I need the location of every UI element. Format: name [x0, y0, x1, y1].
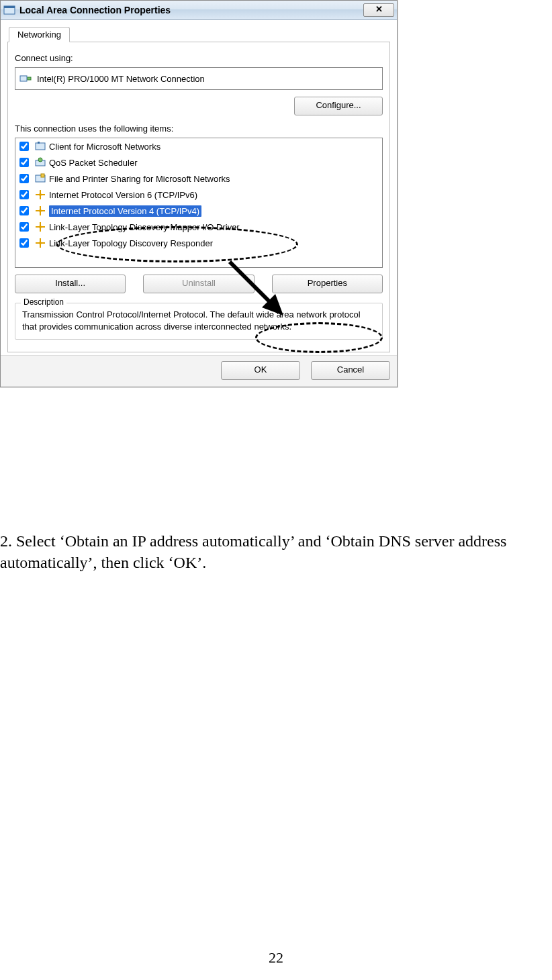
list-item[interactable]: File and Printer Sharing for Microsoft N…: [15, 170, 382, 187]
svg-point-7: [38, 158, 42, 162]
svg-rect-5: [38, 142, 40, 144]
svg-rect-1: [4, 6, 15, 8]
dialog-footer: OK Cancel: [1, 355, 397, 387]
item-checkbox[interactable]: [19, 158, 29, 167]
protocol-icon: [34, 205, 46, 217]
protocol-icon: [34, 189, 46, 201]
item-label: Link-Layer Topology Discovery Responder: [49, 238, 213, 248]
tabpage: Connect using: Intel(R) PRO/1000 MT Netw…: [7, 42, 390, 352]
items-listbox[interactable]: Client for Microsoft Networks QoS Packet…: [15, 138, 383, 268]
service-icon: [34, 140, 46, 152]
configure-button[interactable]: Configure...: [294, 97, 383, 115]
service-icon: [34, 156, 46, 168]
items-label: This connection uses the following items…: [15, 124, 383, 134]
adapter-box: Intel(R) PRO/1000 MT Network Connection: [15, 67, 383, 90]
nic-icon: [19, 72, 32, 85]
tabstrip: Networking: [7, 26, 390, 42]
svg-point-11: [39, 209, 42, 212]
titlebar: Local Area Connection Properties ✕: [1, 1, 397, 20]
list-item[interactable]: QoS Packet Scheduler: [15, 154, 382, 170]
item-checkbox[interactable]: [19, 174, 29, 183]
description-text: Transmission Control Protocol/Internet P…: [22, 309, 375, 332]
svg-rect-9: [41, 174, 44, 177]
close-button[interactable]: ✕: [363, 3, 394, 17]
protocol-icon: [34, 221, 46, 233]
item-label: Link-Layer Topology Discovery Mapper I/O…: [49, 222, 240, 232]
install-button[interactable]: Install...: [15, 275, 126, 293]
adapter-name: Intel(R) PRO/1000 MT Network Connection: [37, 74, 205, 84]
list-item[interactable]: Link-Layer Topology Discovery Mapper I/O…: [15, 219, 382, 235]
svg-point-13: [39, 242, 42, 244]
protocol-icon: [34, 237, 46, 249]
svg-rect-2: [20, 76, 27, 81]
properties-button[interactable]: Properties: [272, 275, 383, 293]
svg-point-12: [39, 226, 42, 228]
item-checkbox[interactable]: [19, 190, 29, 199]
item-checkbox[interactable]: [19, 206, 29, 215]
svg-rect-4: [36, 143, 45, 150]
window-title: Local Area Connection Properties: [19, 5, 171, 15]
instruction-text: 2. Select ‘Obtain an IP address automati…: [0, 530, 552, 574]
item-buttons: Install... Uninstall Properties: [15, 275, 383, 293]
item-label: Client for Microsoft Networks: [49, 142, 160, 152]
tab-networking[interactable]: Networking: [9, 27, 70, 42]
page-number: 22: [0, 949, 552, 967]
item-label: File and Printer Sharing for Microsoft N…: [49, 174, 230, 184]
connect-using-label: Connect using:: [15, 53, 383, 63]
item-label: QoS Packet Scheduler: [49, 158, 138, 168]
list-item[interactable]: Internet Protocol Version 6 (TCP/IPv6): [15, 187, 382, 203]
window-icon: [3, 4, 15, 16]
list-item[interactable]: Internet Protocol Version 4 (TCP/IPv4): [15, 203, 382, 219]
service-icon: [34, 173, 46, 185]
svg-point-10: [39, 193, 42, 196]
list-item[interactable]: Client for Microsoft Networks: [15, 138, 382, 154]
ok-button[interactable]: OK: [221, 361, 300, 380]
item-label: Internet Protocol Version 4 (TCP/IPv4): [49, 205, 201, 217]
description-group: Description Transmission Control Protoco…: [15, 303, 383, 340]
dialog-body: Networking Connect using: Intel(R) PRO/1…: [1, 20, 397, 355]
item-checkbox[interactable]: [19, 142, 29, 151]
cancel-button[interactable]: Cancel: [311, 361, 390, 380]
description-legend: Description: [21, 297, 66, 307]
item-checkbox[interactable]: [19, 222, 29, 232]
list-item[interactable]: Link-Layer Topology Discovery Responder: [15, 235, 382, 251]
properties-dialog: Local Area Connection Properties ✕ Netwo…: [0, 0, 398, 387]
item-label: Internet Protocol Version 6 (TCP/IPv6): [49, 190, 197, 200]
svg-rect-3: [28, 77, 31, 80]
item-checkbox[interactable]: [19, 238, 29, 248]
uninstall-button: Uninstall: [143, 275, 254, 293]
